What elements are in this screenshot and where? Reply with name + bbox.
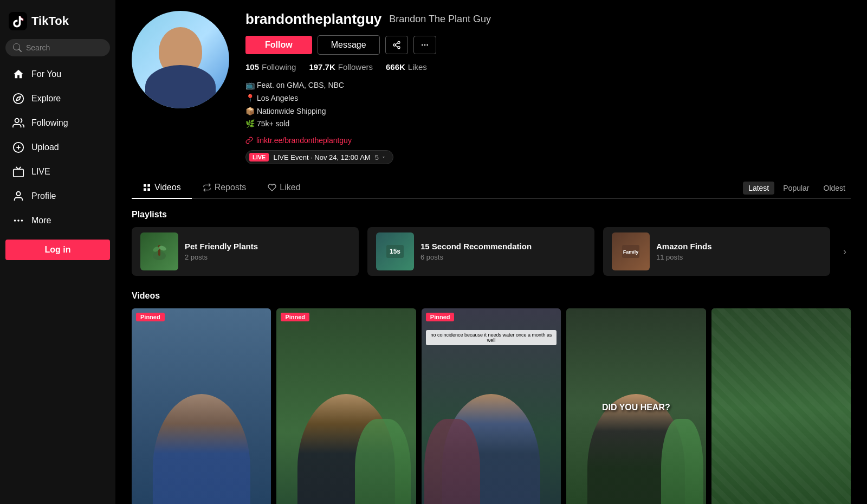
tab-videos-label: Videos xyxy=(154,183,181,192)
chevron-down-icon xyxy=(381,154,386,160)
svg-point-8 xyxy=(16,192,20,196)
sidebar-item-more[interactable]: More xyxy=(3,209,112,232)
tab-liked[interactable]: Liked xyxy=(257,177,311,199)
playlist-posts-pet-friendly: 2 posts xyxy=(185,253,258,261)
message-button[interactable]: Message xyxy=(318,35,380,55)
svg-point-19 xyxy=(426,44,428,46)
more-options-button[interactable] xyxy=(413,36,436,54)
profile-icon xyxy=(12,190,25,203)
playlists-section: Playlists Pet Friendly Plants 2 posts xyxy=(132,210,851,276)
nav-label-profile: Profile xyxy=(31,191,56,201)
playlist-card-amazon-finds[interactable]: Family Amazon Finds 11 posts xyxy=(603,227,830,276)
playlist-thumb-icon-pet-friendly xyxy=(148,241,170,262)
followers-stat[interactable]: 197.7K Followers xyxy=(309,62,373,72)
search-label: Search xyxy=(26,43,50,52)
svg-rect-0 xyxy=(9,12,27,30)
sidebar-item-live[interactable]: LIVE xyxy=(3,160,112,184)
playlist-thumb-amazon-finds: Family xyxy=(612,232,650,270)
svg-point-3 xyxy=(15,119,19,122)
sidebar-nav: For You Explore Following Upload LIVE xyxy=(0,62,115,233)
video-card-3[interactable]: Pinned no coincidence because it needs w… xyxy=(422,308,561,504)
video-thumb-5 xyxy=(711,308,851,504)
video-top-text-3: no coincidence because it needs water on… xyxy=(426,330,557,345)
svg-point-13 xyxy=(393,44,396,46)
video-card-1[interactable]: Pinned ▶ 24.1K xyxy=(132,308,271,504)
video-card-5[interactable]: HUGE news! Monstera Albos for as low as … xyxy=(711,308,851,504)
login-button[interactable]: Log in xyxy=(5,240,110,260)
display-name: Brandon The Plant Guy xyxy=(389,14,491,25)
nav-label-live: LIVE xyxy=(31,167,50,177)
svg-text:Family: Family xyxy=(623,249,639,255)
sort-oldest-button[interactable]: Oldest xyxy=(818,182,851,195)
tab-reposts[interactable]: Reposts xyxy=(192,177,257,199)
playlist-name-15-second: 15 Second Recommendation xyxy=(420,242,532,251)
svg-marker-2 xyxy=(16,96,21,101)
live-flag: LIVE xyxy=(249,153,269,161)
sort-latest-button[interactable]: Latest xyxy=(743,182,774,195)
likes-label: Likes xyxy=(408,62,427,72)
sidebar-item-explore[interactable]: Explore xyxy=(3,87,112,111)
playlist-name-pet-friendly: Pet Friendly Plants xyxy=(185,242,258,251)
avatar-container xyxy=(132,11,229,164)
sidebar-item-for-you[interactable]: For You xyxy=(3,62,112,86)
nav-label-upload: Upload xyxy=(31,143,59,152)
playlist-thumb-icon-15-second: 15s xyxy=(384,241,406,262)
more-icon xyxy=(12,214,25,227)
likes-count: 666K xyxy=(386,62,405,72)
live-icon xyxy=(12,165,25,178)
playlist-name-amazon-finds: Amazon Finds xyxy=(656,242,712,251)
live-event-badge[interactable]: LIVE LIVE Event · Nov 24, 12:00 AM 5 xyxy=(245,150,393,164)
sidebar-item-following[interactable]: Following xyxy=(3,111,112,135)
playlists-next-button[interactable]: › xyxy=(839,242,851,262)
svg-rect-20 xyxy=(144,184,146,187)
svg-point-12 xyxy=(398,41,400,43)
sort-popular-button[interactable]: Popular xyxy=(778,182,814,195)
bio-line-1: 📺 Feat. on GMA, CBS, NBC xyxy=(245,79,851,92)
sidebar-item-profile[interactable]: Profile xyxy=(3,184,112,208)
svg-line-16 xyxy=(395,43,398,44)
nav-label-for-you: For You xyxy=(31,69,61,79)
share-button[interactable] xyxy=(385,36,408,54)
playlist-card-15-second[interactable]: 15s 15 Second Recommendation 6 posts xyxy=(367,227,594,276)
video-card-2[interactable]: Pinned Syngoniums ▶ 1.8M xyxy=(276,308,416,504)
users-icon xyxy=(12,117,25,130)
username: brandontheplantguy xyxy=(245,11,381,28)
video-card-4[interactable]: DID YOU HEAR? ▶ 11.2K xyxy=(566,308,706,504)
profile-header: brandontheplantguy Brandon The Plant Guy… xyxy=(132,11,851,164)
grid-icon xyxy=(143,183,151,192)
bio-line-4: 🌿 75k+ sold xyxy=(245,118,851,131)
home-icon xyxy=(12,68,25,81)
compass-icon xyxy=(12,92,25,105)
svg-point-11 xyxy=(21,219,23,222)
stats-row: 105 Following 197.7K Followers 666K Like… xyxy=(245,62,851,72)
following-stat[interactable]: 105 Following xyxy=(245,62,296,72)
profile-names: brandontheplantguy Brandon The Plant Guy xyxy=(245,11,851,28)
followers-label: Followers xyxy=(338,62,373,72)
followers-count: 197.7K xyxy=(309,62,335,72)
sort-controls: Latest Popular Oldest xyxy=(743,182,851,195)
pinned-badge-1: Pinned xyxy=(136,313,165,321)
svg-line-15 xyxy=(395,46,398,47)
heart-icon xyxy=(268,183,276,192)
following-label: Following xyxy=(262,62,296,72)
tab-reposts-label: Reposts xyxy=(215,183,247,192)
more-dots-icon xyxy=(420,41,429,49)
playlist-posts-15-second: 6 posts xyxy=(420,253,532,261)
profile-info: brandontheplantguy Brandon The Plant Guy… xyxy=(245,11,851,164)
playlist-posts-amazon-finds: 11 posts xyxy=(656,253,712,261)
pinned-badge-2: Pinned xyxy=(281,313,309,321)
tab-videos[interactable]: Videos xyxy=(132,177,192,199)
upload-icon xyxy=(12,141,25,154)
likes-stat: 666K Likes xyxy=(386,62,427,72)
tab-liked-label: Liked xyxy=(280,183,300,192)
videos-title: Videos xyxy=(132,291,851,301)
sidebar-item-upload[interactable]: Upload xyxy=(3,135,112,159)
svg-point-9 xyxy=(14,219,16,222)
profile-link[interactable]: linktr.ee/brandontheplantguy xyxy=(245,136,851,145)
playlist-card-pet-friendly[interactable]: Pet Friendly Plants 2 posts xyxy=(132,227,359,276)
follow-button[interactable]: Follow xyxy=(245,36,312,54)
search-box[interactable]: Search xyxy=(5,39,110,56)
svg-point-10 xyxy=(17,219,20,222)
playlist-thumb-icon-amazon-finds: Family xyxy=(620,241,642,262)
app-title: TikTok xyxy=(31,14,69,28)
